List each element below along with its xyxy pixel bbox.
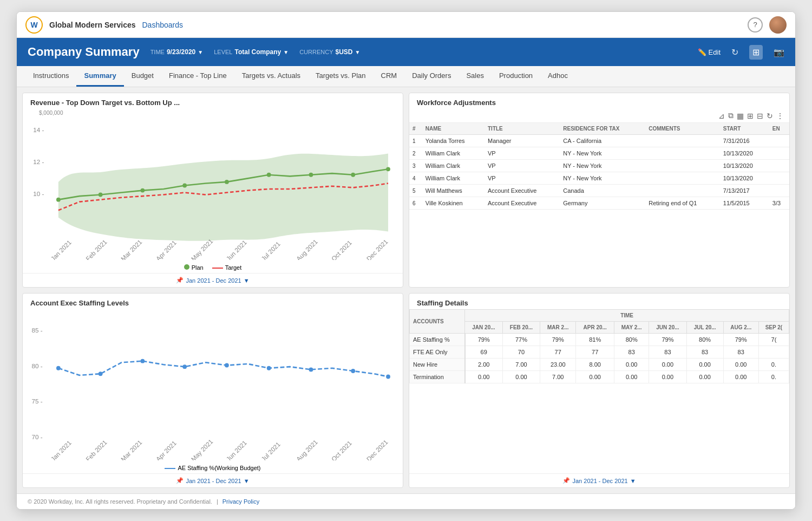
refresh-icon[interactable]: ↻	[731, 47, 738, 57]
svg-text:14 -: 14 -	[33, 126, 44, 133]
svg-text:Aug 2021: Aug 2021	[295, 438, 319, 460]
staffing-col-MAR-2---: MAR 2...	[540, 322, 576, 334]
ae-dot	[225, 363, 229, 368]
svg-text:Jan 2021: Jan 2021	[49, 239, 73, 260]
svg-text:Mar 2021: Mar 2021	[120, 439, 143, 460]
plan-dot	[267, 173, 271, 177]
revenue-date-filter[interactable]: 📌 Jan 2021 - Dec 2021 ▼	[23, 273, 403, 287]
table-row: 6 Ville Koskinen Account Executive Germa…	[409, 197, 789, 210]
staffing-date-filter[interactable]: 📌 Jan 2021 - Dec 2021 ▼	[23, 473, 403, 487]
staffing-col-APR-20---: APR 20...	[576, 322, 614, 334]
tab-adhoc[interactable]: Adhoc	[540, 66, 575, 87]
staffing-col-JAN-20---: JAN 20...	[465, 322, 503, 334]
staffing-legend: AE Staffing %(Working Budget)	[23, 463, 403, 473]
staffing-col-JUL-20---: JUL 20...	[686, 322, 723, 334]
tab-summary[interactable]: Summary	[76, 66, 123, 87]
level-filter[interactable]: LEVEL Total Company ▼	[214, 48, 289, 56]
staffing-col-FEB-20---: FEB 20...	[502, 322, 540, 334]
ae-dot	[99, 372, 103, 376]
filter-icon[interactable]: ⊿	[718, 112, 725, 120]
avatar	[769, 16, 787, 34]
footer-copyright: © 2020 Workday, Inc. All rights reserved…	[28, 498, 212, 505]
plan-area	[58, 154, 388, 241]
plan-legend-dot	[184, 264, 189, 270]
filter-pin-icon: 📌	[176, 277, 184, 284]
staffing-details-date-filter[interactable]: 📌 Jan 2021 - Dec 2021 ▼	[409, 473, 789, 487]
currency-filter[interactable]: CURRENCY $USD ▼	[299, 48, 360, 56]
table-icon[interactable]: ▦	[737, 112, 744, 120]
edit-button[interactable]: ✏️ Edit	[698, 48, 721, 56]
svg-text:10 -: 10 -	[33, 190, 44, 197]
ae-dot	[351, 369, 355, 373]
ae-dot	[140, 359, 145, 363]
save-icon[interactable]: ⊟	[757, 112, 763, 120]
col-num: #	[409, 123, 422, 135]
list-item: New Hire2.007.0023.008.000.000.000.000.0…	[410, 359, 789, 371]
time-filter[interactable]: TIME 9/23/2020 ▼	[150, 48, 204, 56]
tab-budget[interactable]: Budget	[124, 66, 161, 87]
svg-text:Jun 2021: Jun 2021	[225, 439, 248, 460]
svg-text:Jul 2021: Jul 2021	[260, 440, 281, 460]
svg-text:Dec 2021: Dec 2021	[365, 238, 389, 260]
tab-finance-top-line[interactable]: Finance - Top Line	[161, 66, 234, 87]
copy-icon[interactable]: ⧉	[728, 111, 734, 120]
svg-text:Feb 2021: Feb 2021	[84, 238, 108, 260]
tab-targets-vs-actuals[interactable]: Targets vs. Actuals	[234, 66, 308, 87]
svg-text:Apr 2021: Apr 2021	[154, 239, 178, 260]
plan-dot	[99, 193, 103, 197]
list-item: FTE AE Only6970777783838383	[410, 346, 789, 359]
svg-text:75 -: 75 -	[32, 398, 43, 405]
plan-dot	[56, 198, 61, 202]
table-row: 3 William Clark VP NY - New York 10/13/2…	[409, 160, 789, 172]
staffing-level-title: Account Exec Staffing Levels	[23, 294, 403, 309]
main-content: Revenue - Top Down Target vs. Bottom Up …	[17, 87, 795, 493]
svg-text:Mar 2021: Mar 2021	[120, 238, 143, 260]
ae-dot	[267, 366, 271, 370]
workforce-title: Workforce Adjustments	[409, 93, 789, 109]
plan-dot	[386, 167, 390, 171]
tabs-bar: InstructionsSummaryBudgetFinance - Top L…	[17, 66, 795, 87]
more-icon[interactable]: ⋮	[776, 112, 784, 120]
target-legend-line	[212, 268, 223, 269]
filter-pin-icon3: 📌	[562, 477, 570, 484]
staffing-details-title: Staffing Details	[409, 294, 789, 309]
plan-dot	[182, 184, 187, 188]
svg-text:12 -: 12 -	[33, 158, 44, 165]
svg-text:70 -: 70 -	[32, 433, 43, 440]
header-bar: Company Summary TIME 9/23/2020 ▼ LEVEL T…	[17, 38, 795, 66]
company-name: Global Modern Services	[49, 21, 136, 29]
export-icon[interactable]: ⊞	[747, 112, 754, 120]
tab-daily-orders[interactable]: Daily Orders	[404, 66, 459, 87]
table-row: 1 Yolanda Torres Manager CA - California…	[409, 135, 789, 147]
table-row: 4 William Clark VP NY - New York 10/13/2…	[409, 172, 789, 185]
plan-dot	[309, 173, 313, 177]
tab-targets-vs-plan[interactable]: Targets vs. Plan	[308, 66, 374, 87]
workday-logo: W	[25, 16, 43, 34]
col-end: EN	[769, 123, 789, 135]
svg-text:85 -: 85 -	[32, 327, 43, 334]
svg-text:May 2021: May 2021	[189, 438, 214, 460]
ae-dot	[182, 364, 187, 369]
privacy-policy-link[interactable]: Privacy Policy	[222, 498, 259, 505]
svg-text:Dec 2021: Dec 2021	[365, 438, 389, 460]
help-icon[interactable]: ?	[748, 17, 763, 32]
tab-instructions[interactable]: Instructions	[25, 66, 76, 87]
accounts-col-header: ACCOUNTS	[410, 310, 465, 334]
col-residence: RESIDENCE FOR TAX	[560, 123, 645, 135]
col-start: START	[720, 123, 769, 135]
plan-dot	[225, 180, 229, 184]
ae-dot	[309, 367, 313, 372]
ae-dot	[56, 366, 61, 370]
grid-view-icon[interactable]: ⊞	[749, 45, 763, 60]
footer: © 2020 Workday, Inc. All rights reserved…	[17, 493, 795, 509]
dashboards-link[interactable]: Dashboards	[142, 21, 184, 29]
workforce-table: # NAME TITLE RESIDENCE FOR TAX COMMENTS …	[409, 123, 789, 287]
workforce-panel: Workforce Adjustments ⊿ ⧉ ▦ ⊞ ⊟ ↻ ⋮ # NA…	[409, 93, 790, 288]
tab-sales[interactable]: Sales	[459, 66, 492, 87]
list-item: AE Staffing %79%77%79%81%80%79%80%79%7(	[410, 334, 789, 346]
refresh-wf-icon[interactable]: ↻	[767, 112, 773, 120]
camera-icon[interactable]: 📷	[774, 47, 784, 57]
tab-crm[interactable]: CRM	[374, 66, 405, 87]
staffing-col-AUG-2---: AUG 2...	[723, 322, 758, 334]
tab-production[interactable]: Production	[492, 66, 540, 87]
